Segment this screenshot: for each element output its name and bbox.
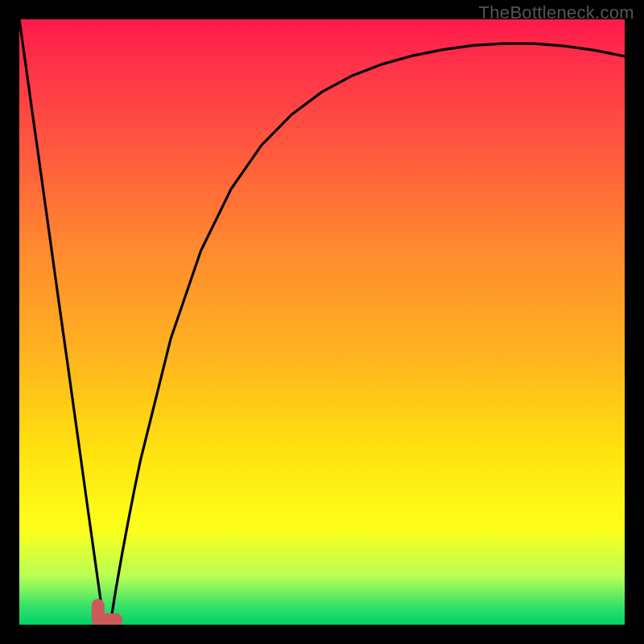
chart-frame: TheBottleneck.com <box>0 0 644 644</box>
bottleneck-curve <box>19 19 625 625</box>
plot-area <box>19 19 625 625</box>
watermark-text: TheBottleneck.com <box>479 2 634 23</box>
curve-layer <box>19 19 625 625</box>
